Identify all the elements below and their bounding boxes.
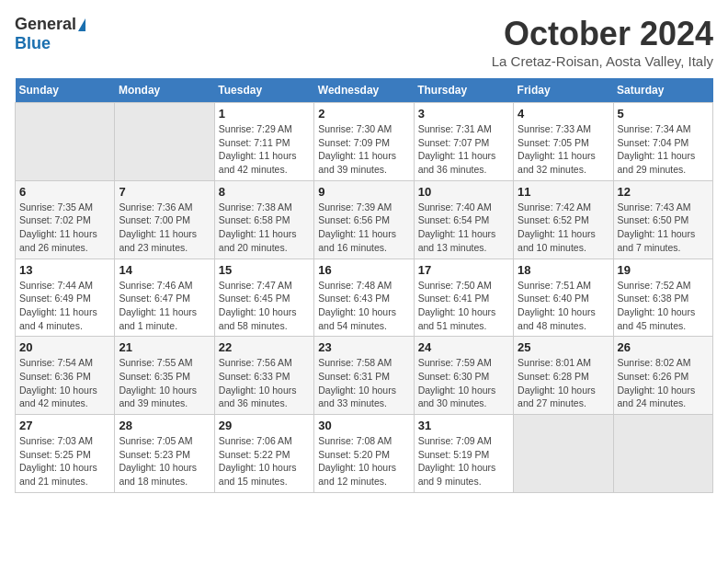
day-detail: Sunrise: 7:48 AM Sunset: 6:43 PM Dayligh…: [318, 280, 396, 331]
day-detail: Sunrise: 7:52 AM Sunset: 6:38 PM Dayligh…: [618, 280, 696, 331]
day-detail: Sunrise: 7:39 AM Sunset: 6:56 PM Dayligh…: [318, 201, 396, 253]
calendar-cell: 7Sunrise: 7:36 AM Sunset: 7:00 PM Daylig…: [115, 180, 214, 259]
logo-icon: [78, 18, 85, 31]
calendar-cell: 23Sunrise: 7:58 AM Sunset: 6:31 PM Dayli…: [314, 337, 414, 415]
day-detail: Sunrise: 7:38 AM Sunset: 6:58 PM Dayligh…: [219, 201, 297, 253]
weekday-label: Friday: [514, 78, 613, 103]
day-number: 11: [518, 185, 609, 199]
calendar-cell: 12Sunrise: 7:43 AM Sunset: 6:50 PM Dayli…: [613, 180, 712, 259]
day-detail: Sunrise: 7:51 AM Sunset: 6:40 PM Dayligh…: [518, 280, 596, 331]
day-detail: Sunrise: 7:44 AM Sunset: 6:49 PM Dayligh…: [19, 280, 97, 331]
calendar-cell: 10Sunrise: 7:40 AM Sunset: 6:54 PM Dayli…: [414, 180, 513, 259]
page-header: General Blue October 2024 La Cretaz-Rois…: [15, 15, 713, 69]
calendar-cell: 20Sunrise: 7:54 AM Sunset: 6:36 PM Dayli…: [16, 337, 115, 415]
weekday-header-row: SundayMondayTuesdayWednesdayThursdayFrid…: [16, 78, 713, 103]
calendar-cell: 8Sunrise: 7:38 AM Sunset: 6:58 PM Daylig…: [214, 180, 313, 259]
day-number: 18: [518, 263, 609, 277]
day-number: 3: [418, 107, 509, 121]
calendar-table: SundayMondayTuesdayWednesdayThursdayFrid…: [15, 78, 713, 493]
weekday-label: Sunday: [16, 78, 115, 103]
day-detail: Sunrise: 7:59 AM Sunset: 6:30 PM Dayligh…: [418, 357, 496, 408]
day-number: 22: [219, 340, 310, 354]
calendar-cell: 2Sunrise: 7:30 AM Sunset: 7:09 PM Daylig…: [314, 103, 414, 181]
weekday-label: Wednesday: [314, 78, 414, 103]
day-detail: Sunrise: 7:56 AM Sunset: 6:33 PM Dayligh…: [219, 357, 297, 408]
calendar-cell: [115, 103, 214, 181]
calendar-cell: 30Sunrise: 7:08 AM Sunset: 5:20 PM Dayli…: [314, 415, 414, 493]
calendar-cell: 1Sunrise: 7:29 AM Sunset: 7:11 PM Daylig…: [214, 103, 313, 181]
weekday-label: Thursday: [414, 78, 513, 103]
day-detail: Sunrise: 8:01 AM Sunset: 6:28 PM Dayligh…: [518, 357, 596, 408]
calendar-cell: 26Sunrise: 8:02 AM Sunset: 6:26 PM Dayli…: [613, 337, 712, 415]
calendar-cell: 11Sunrise: 7:42 AM Sunset: 6:52 PM Dayli…: [514, 180, 613, 259]
day-number: 17: [418, 263, 509, 277]
calendar-cell: 28Sunrise: 7:05 AM Sunset: 5:23 PM Dayli…: [115, 415, 214, 493]
calendar-cell: 24Sunrise: 7:59 AM Sunset: 6:30 PM Dayli…: [414, 337, 513, 415]
calendar-cell: 27Sunrise: 7:03 AM Sunset: 5:25 PM Dayli…: [16, 415, 115, 493]
logo: General Blue: [15, 15, 85, 53]
day-detail: Sunrise: 7:42 AM Sunset: 6:52 PM Dayligh…: [518, 201, 596, 253]
calendar-cell: [613, 415, 712, 493]
day-number: 20: [19, 340, 110, 354]
logo-general-text: General: [15, 15, 76, 34]
day-number: 31: [418, 419, 509, 432]
calendar-cell: 14Sunrise: 7:46 AM Sunset: 6:47 PM Dayli…: [115, 259, 214, 337]
day-detail: Sunrise: 7:35 AM Sunset: 7:02 PM Dayligh…: [19, 201, 97, 253]
calendar-cell: 15Sunrise: 7:47 AM Sunset: 6:45 PM Dayli…: [214, 259, 313, 337]
calendar-cell: [514, 415, 613, 493]
day-number: 6: [19, 185, 110, 199]
month-title: October 2024: [492, 15, 713, 53]
day-detail: Sunrise: 7:58 AM Sunset: 6:31 PM Dayligh…: [318, 357, 396, 408]
calendar-cell: 19Sunrise: 7:52 AM Sunset: 6:38 PM Dayli…: [613, 259, 712, 337]
day-detail: Sunrise: 7:05 AM Sunset: 5:23 PM Dayligh…: [119, 435, 197, 487]
day-detail: Sunrise: 7:40 AM Sunset: 6:54 PM Dayligh…: [418, 201, 496, 253]
calendar-cell: [16, 103, 115, 181]
day-detail: Sunrise: 7:08 AM Sunset: 5:20 PM Dayligh…: [318, 435, 396, 487]
calendar-cell: 3Sunrise: 7:31 AM Sunset: 7:07 PM Daylig…: [414, 103, 513, 181]
day-number: 19: [618, 263, 709, 277]
calendar-cell: 16Sunrise: 7:48 AM Sunset: 6:43 PM Dayli…: [314, 259, 414, 337]
day-detail: Sunrise: 7:30 AM Sunset: 7:09 PM Dayligh…: [318, 123, 396, 175]
day-detail: Sunrise: 7:46 AM Sunset: 6:47 PM Dayligh…: [119, 280, 197, 331]
calendar-body: 1Sunrise: 7:29 AM Sunset: 7:11 PM Daylig…: [16, 103, 713, 493]
day-number: 24: [418, 340, 509, 354]
day-detail: Sunrise: 7:29 AM Sunset: 7:11 PM Dayligh…: [219, 123, 297, 175]
day-detail: Sunrise: 7:47 AM Sunset: 6:45 PM Dayligh…: [219, 280, 297, 331]
calendar-cell: 21Sunrise: 7:55 AM Sunset: 6:35 PM Dayli…: [115, 337, 214, 415]
day-detail: Sunrise: 7:54 AM Sunset: 6:36 PM Dayligh…: [19, 357, 97, 408]
calendar-row: 20Sunrise: 7:54 AM Sunset: 6:36 PM Dayli…: [16, 337, 713, 415]
day-number: 26: [618, 340, 709, 354]
day-detail: Sunrise: 7:55 AM Sunset: 6:35 PM Dayligh…: [119, 357, 197, 408]
calendar-row: 27Sunrise: 7:03 AM Sunset: 5:25 PM Dayli…: [16, 415, 713, 493]
calendar-cell: 9Sunrise: 7:39 AM Sunset: 6:56 PM Daylig…: [314, 180, 414, 259]
location-title: La Cretaz-Roisan, Aosta Valley, Italy: [492, 53, 713, 69]
day-number: 14: [119, 263, 210, 277]
day-number: 28: [119, 419, 210, 432]
calendar-row: 6Sunrise: 7:35 AM Sunset: 7:02 PM Daylig…: [16, 180, 713, 259]
day-detail: Sunrise: 7:43 AM Sunset: 6:50 PM Dayligh…: [618, 201, 696, 253]
day-number: 15: [219, 263, 310, 277]
day-detail: Sunrise: 7:06 AM Sunset: 5:22 PM Dayligh…: [219, 435, 297, 487]
calendar-row: 13Sunrise: 7:44 AM Sunset: 6:49 PM Dayli…: [16, 259, 713, 337]
calendar-cell: 6Sunrise: 7:35 AM Sunset: 7:02 PM Daylig…: [16, 180, 115, 259]
day-number: 12: [618, 185, 709, 199]
calendar-cell: 17Sunrise: 7:50 AM Sunset: 6:41 PM Dayli…: [414, 259, 513, 337]
weekday-label: Saturday: [613, 78, 712, 103]
day-detail: Sunrise: 8:02 AM Sunset: 6:26 PM Dayligh…: [618, 357, 696, 408]
day-detail: Sunrise: 7:09 AM Sunset: 5:19 PM Dayligh…: [418, 435, 496, 487]
calendar-cell: 29Sunrise: 7:06 AM Sunset: 5:22 PM Dayli…: [214, 415, 313, 493]
day-detail: Sunrise: 7:03 AM Sunset: 5:25 PM Dayligh…: [19, 435, 97, 487]
weekday-label: Tuesday: [214, 78, 313, 103]
day-number: 10: [418, 185, 509, 199]
day-detail: Sunrise: 7:34 AM Sunset: 7:04 PM Dayligh…: [618, 123, 696, 175]
calendar-cell: 13Sunrise: 7:44 AM Sunset: 6:49 PM Dayli…: [16, 259, 115, 337]
day-number: 8: [219, 185, 310, 199]
day-number: 4: [518, 107, 609, 121]
calendar-row: 1Sunrise: 7:29 AM Sunset: 7:11 PM Daylig…: [16, 103, 713, 181]
weekday-label: Monday: [115, 78, 214, 103]
day-number: 27: [19, 419, 110, 432]
day-detail: Sunrise: 7:50 AM Sunset: 6:41 PM Dayligh…: [418, 280, 496, 331]
day-number: 7: [119, 185, 210, 199]
calendar-cell: 31Sunrise: 7:09 AM Sunset: 5:19 PM Dayli…: [414, 415, 513, 493]
day-number: 16: [318, 263, 409, 277]
